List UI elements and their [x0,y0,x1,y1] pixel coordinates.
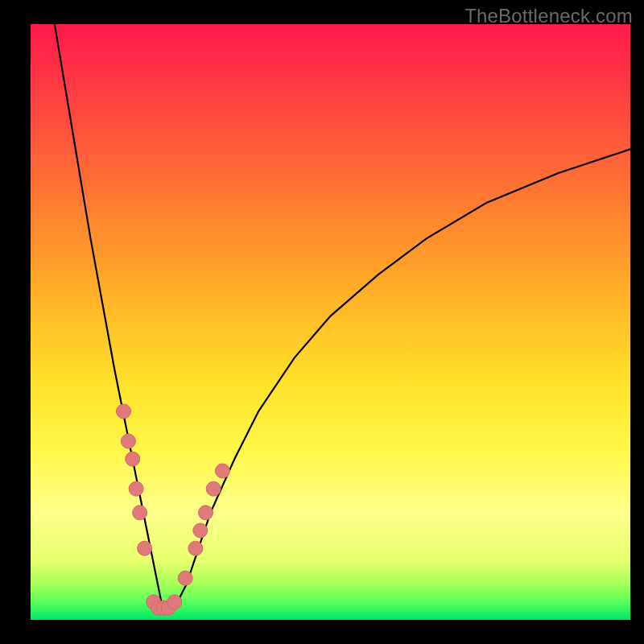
sample-dot [193,523,208,538]
sample-dot [199,506,213,520]
watermark-text: TheBottleneck.com [464,5,633,27]
sample-dot [215,464,229,478]
sample-dot [121,434,135,448]
sample-dot [138,541,152,555]
chart-frame: TheBottleneck.com [0,0,644,644]
bottleneck-curve [55,24,630,608]
chart-svg [31,24,630,620]
sample-dot [129,481,143,496]
sample-dot [133,506,147,520]
sample-dot [126,452,140,466]
plot-area [31,24,630,620]
sample-dot [117,404,131,419]
sample-dot [206,481,221,496]
sample-dot [167,595,182,609]
sample-dot [188,541,203,555]
sample-dot [178,571,192,585]
